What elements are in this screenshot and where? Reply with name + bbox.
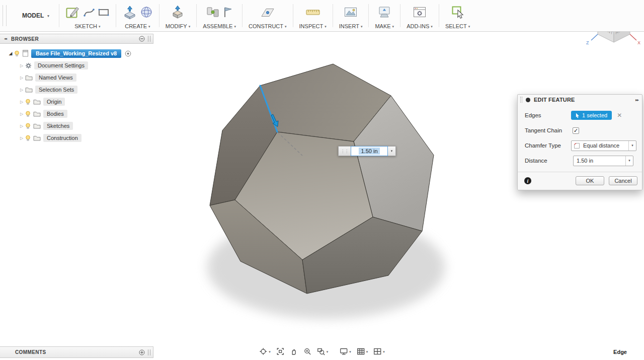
- extrude-icon[interactable]: [122, 5, 137, 20]
- toolbar-group-make: MAKE ▾: [370, 0, 398, 31]
- collapse-panel-icon[interactable]: ◂◂: [4, 37, 7, 41]
- addins-menu-button[interactable]: ADD-INS ▾: [407, 22, 433, 29]
- chevron-down-icon: ▾: [327, 350, 329, 353]
- chevron-down-icon: ▾: [366, 350, 368, 353]
- visibility-bulb-icon[interactable]: [14, 50, 20, 57]
- spline-icon[interactable]: [83, 6, 95, 18]
- expand-node-icon[interactable]: ▷: [18, 124, 25, 128]
- distance-input[interactable]: 1.50 in ▾: [573, 156, 633, 166]
- insert-menu-button[interactable]: INSERT ▾: [339, 22, 363, 29]
- pan-hand-icon: [290, 347, 298, 355]
- zoom-button[interactable]: [301, 346, 313, 357]
- tree-item-label[interactable]: Document Settings: [34, 61, 88, 69]
- select-menu-button[interactable]: SELECT ▾: [445, 22, 470, 29]
- tree-row-sketches[interactable]: ▷ Sketches: [0, 120, 153, 132]
- zoom-window-icon: [317, 347, 325, 355]
- activate-component-radio[interactable]: [125, 50, 131, 57]
- tree-item-label[interactable]: Bodies: [43, 110, 67, 118]
- expand-dialog-icon[interactable]: ▸▸: [635, 98, 638, 102]
- measure-icon[interactable]: [305, 6, 320, 19]
- tree-item-label[interactable]: Construction: [43, 134, 82, 142]
- grid-snaps-button[interactable]: ▾: [355, 346, 370, 357]
- dimension-dropdown-button[interactable]: ▾: [388, 146, 396, 156]
- tree-item-label[interactable]: Named Views: [35, 74, 76, 82]
- root-component-label[interactable]: Base File_Working_Resized v8: [31, 49, 121, 58]
- joint-icon[interactable]: [206, 5, 220, 19]
- dialog-drag-handle[interactable]: [520, 97, 522, 103]
- fit-view-button[interactable]: [274, 346, 286, 357]
- dimension-drag-handle[interactable]: ⋮⋮: [338, 146, 351, 156]
- orbit-button[interactable]: ▾: [257, 346, 273, 357]
- add-comment-icon[interactable]: [139, 349, 145, 355]
- dialog-title: EDIT FEATURE: [534, 97, 575, 103]
- display-settings-button[interactable]: ▾: [338, 346, 353, 357]
- select-tool-icon[interactable]: [451, 6, 464, 19]
- expand-node-icon[interactable]: ▷: [18, 136, 25, 140]
- tangent-chain-checkbox[interactable]: ✓: [573, 127, 579, 134]
- tree-row-selection-sets[interactable]: ▷ Selection Sets: [0, 84, 153, 96]
- modify-menu-button[interactable]: MODIFY ▾: [166, 22, 190, 29]
- axis-x-label: X: [637, 40, 640, 45]
- expand-node-icon[interactable]: ▷: [18, 100, 25, 104]
- inspect-menu-button[interactable]: INSPECT ▾: [299, 22, 327, 29]
- edges-selected-badge[interactable]: 1 selected: [571, 111, 612, 120]
- workspace-switcher[interactable]: MODEL ▾: [14, 0, 57, 31]
- viewports-button[interactable]: ▾: [371, 346, 387, 357]
- zoom-icon: [303, 347, 311, 355]
- tree-row-named-views[interactable]: ▷ Named Views: [0, 71, 153, 84]
- tree-item-label[interactable]: Selection Sets: [35, 86, 77, 94]
- expand-node-icon[interactable]: ▷: [18, 88, 25, 92]
- panel-grip[interactable]: [148, 36, 150, 42]
- zoom-window-button[interactable]: ▾: [315, 346, 331, 357]
- clear-selection-icon[interactable]: ✕: [617, 112, 622, 119]
- new-component-icon[interactable]: [222, 6, 233, 19]
- dialog-header[interactable]: EDIT FEATURE ▸▸: [518, 95, 642, 105]
- tree-row-construction[interactable]: ▷ Construction: [0, 132, 153, 144]
- toolbar-group-modify: MODIFY ▾: [161, 0, 195, 31]
- scripts-addins-icon[interactable]: [413, 6, 427, 19]
- expand-node-icon[interactable]: ▷: [18, 112, 25, 116]
- toolbar-group-assemble: ASSEMBLE ▾: [198, 0, 240, 31]
- rectangle-tool-icon[interactable]: [98, 6, 110, 18]
- comments-bar[interactable]: COMMENTS: [0, 346, 153, 358]
- create-menu-button[interactable]: CREATE ▾: [125, 22, 150, 29]
- create-sketch-icon[interactable]: [65, 5, 80, 20]
- ok-button[interactable]: OK: [576, 176, 604, 185]
- tree-row-root-component[interactable]: ◢ Base File_Working_Resized v8: [0, 47, 153, 59]
- expand-node-icon[interactable]: ▷: [18, 63, 25, 68]
- toolbar-group-construct: CONSTRUCT ▾: [244, 0, 291, 31]
- visibility-bulb-icon[interactable]: [25, 99, 31, 105]
- collapse-node-icon[interactable]: ◢: [7, 51, 14, 56]
- insert-canvas-icon[interactable]: [344, 6, 358, 19]
- toolbar-drag-handle[interactable]: [3, 5, 7, 26]
- sphere-primitive-icon[interactable]: [140, 6, 153, 19]
- make-menu-button[interactable]: MAKE ▾: [375, 22, 394, 29]
- chamfer-type-label: Chamfer Type: [525, 142, 571, 149]
- chamfer-type-select[interactable]: Equal distance ▾: [571, 140, 636, 151]
- pan-button[interactable]: [288, 346, 300, 357]
- tree-row-document-settings[interactable]: ▷ Document Settings: [0, 59, 153, 71]
- info-icon[interactable]: i: [524, 177, 531, 184]
- distance-row: Distance 1.50 in ▾: [518, 153, 642, 168]
- sketch-menu-button[interactable]: SKETCH ▾: [74, 22, 100, 29]
- construction-plane-icon[interactable]: [260, 6, 275, 19]
- assemble-menu-button[interactable]: ASSEMBLE ▾: [203, 22, 236, 29]
- press-pull-icon[interactable]: [171, 5, 186, 20]
- cancel-button[interactable]: Cancel: [609, 176, 637, 185]
- visibility-bulb-icon[interactable]: [25, 123, 31, 129]
- print-3d-icon[interactable]: [378, 6, 391, 19]
- tree-item-label[interactable]: Sketches: [43, 122, 73, 130]
- comments-title: COMMENTS: [15, 349, 46, 355]
- navigation-toolbar: ▾ ▾ ▾: [257, 346, 387, 357]
- tree-row-bodies[interactable]: ▷ Bodies: [0, 108, 153, 120]
- expand-node-icon[interactable]: ▷: [18, 76, 25, 80]
- tree-row-origin[interactable]: ▷ Origin: [0, 96, 153, 108]
- construct-menu-button[interactable]: CONSTRUCT ▾: [249, 22, 287, 29]
- visibility-bulb-icon[interactable]: [25, 135, 31, 141]
- chamfer-distance-input[interactable]: 1.50 in: [351, 146, 388, 156]
- tree-item-label[interactable]: Origin: [43, 98, 65, 106]
- dodecahedron-body[interactable]: [210, 64, 434, 294]
- minimize-panel-icon[interactable]: [139, 36, 145, 42]
- visibility-bulb-icon[interactable]: [25, 111, 31, 117]
- panel-grip[interactable]: [148, 349, 150, 355]
